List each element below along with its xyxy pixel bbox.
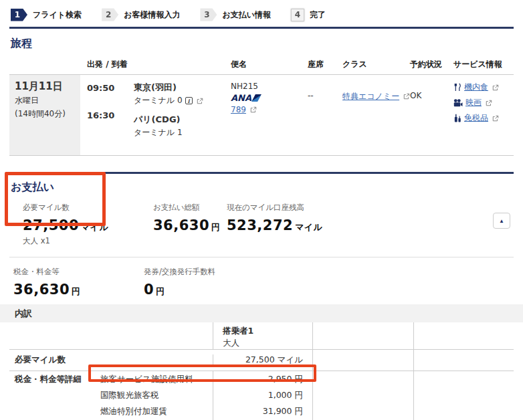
step-flight-search: 1 フライト検索 [11,9,82,21]
departure-time: 09:50 [80,82,127,93]
tax-row-value: 1,000 円 [213,387,312,403]
external-link-icon [486,100,492,106]
meal-icon [453,83,461,92]
external-link-icon [250,106,257,113]
required-miles-label: 必要マイル数 [23,201,153,213]
departure-terminal: ターミナル 0 [134,95,183,106]
issue-fee-block: 発券/交換発行手数料 0円 [144,266,217,296]
tax-row-name: 旅客サービス施設使用料 [100,371,213,387]
taxes-fees-value: 36,630 [13,282,70,298]
service-movie: 映画 [453,97,518,108]
movie-icon [453,99,463,107]
step-complete: 4 完了 [291,9,326,21]
airline-logo: ANA [231,93,301,103]
issue-fee-value: 0 [144,282,154,298]
ana-logo-slash-icon [251,94,262,102]
col-header-departure-arrival: 出発 / 到着 [80,51,221,74]
booking-page: 1 フライト検索 2 お客様情報入力 3 お支払い情報 4 完了 旅程 出発 /… [0,0,523,420]
taxes-fees-block: 税金・料金等 36,630円 [13,266,144,296]
mile-balance-value: 523,272 [227,217,293,233]
empty-cell [312,350,413,371]
step-number-badge: 3 [200,9,217,21]
col-header-class: クラス [333,51,400,74]
mile-balance-unit: マイル [295,222,322,232]
departure-place: 東京(羽田) ターミナル 0 i [134,82,221,106]
flight-duration: (14時間40分) [15,108,75,120]
aircraft-link[interactable]: 789 [231,105,246,114]
class-link[interactable]: 特典エコノミー [342,92,399,101]
itinerary-header-row: 出発 / 到着 便名 座席 クラス 予約状況 サービス情報 [9,51,514,75]
total-payment-label: お支払い総額 [153,201,227,213]
col-header-status: 予約状況 [400,51,447,74]
required-miles-note: 大人 x1 [23,236,153,246]
flight-number-cell: NH215 ANA 789 [221,82,301,146]
step-number-badge: 1 [11,9,27,21]
external-link-icon[interactable] [197,98,203,104]
empty-passenger-col [413,322,514,349]
flight-date: 11月11日 [15,80,75,93]
total-payment-unit: 円 [211,222,221,232]
step-passenger-info: 2 お客様情報入力 [102,9,180,21]
step-payment-info: 3 お支払い情報 [200,9,271,21]
chevron-up-icon: ▲ [499,218,504,224]
empty-cell [312,371,413,420]
tax-row-name-fuel-surcharge: 燃油特別付加運賃 [100,403,213,419]
tax-detail-label: 税金・料金等詳細 [9,371,100,420]
breakdown-title: 内訳 [15,308,32,320]
service-meal: 機内食 [453,82,518,93]
itinerary-title: 旅程 [0,29,523,51]
step-label: フライト検索 [33,9,82,21]
col-header-seat: 座席 [301,51,333,74]
external-link-icon [492,84,499,91]
required-miles-unit: マイル [81,222,108,232]
external-link-icon [492,115,499,122]
times-column: 09:50 16:30 [80,82,127,146]
tax-row-value-fuel-surcharge: 31,900 円 [213,403,312,419]
dutyfree-link[interactable]: 免税品 [464,112,488,124]
taxes-fees-label: 税金・料金等 [13,266,144,277]
payment-summary-row-2: 税金・料金等 36,630円 発券/交換発行手数料 0円 [0,257,523,296]
step-number-badge: 2 [102,9,118,21]
arrival-terminal: ターミナル 1 [134,127,183,138]
required-miles-block: 必要マイル数 27,500マイル 大人 x1 [23,201,153,257]
service-dutyfree: 免税品 [453,112,518,124]
dutyfree-icon [453,114,461,122]
flight-number: NH215 [231,82,301,91]
issue-fee-unit: 円 [156,286,165,296]
breadcrumb: 1 フライト検索 2 お客様情報入力 3 お支払い情報 4 完了 [0,0,523,22]
col-header-flight: 便名 [221,51,301,74]
movie-link[interactable]: 映画 [465,97,482,108]
breakdown-header-row: 搭乗者1 大人 [9,322,514,349]
flight-row: 11月11日 水曜日 (14時間40分) 09:50 16:30 東京(羽田) … [9,75,514,156]
required-miles-value: 27,500 [23,217,79,233]
arrival-time: 16:30 [80,109,127,120]
tax-detail-section: 税金・料金等詳細 旅客サービス施設使用料 2,950 円 国際観光旅客税 1,0… [9,371,514,420]
meal-link[interactable]: 機内食 [464,82,488,93]
flight-date-cell: 11月11日 水曜日 (14時間40分) [9,75,80,155]
empty-cell [413,371,514,420]
miles-row: 必要マイル数 27,500 マイル [9,349,514,371]
payment-summary-row-1: 必要マイル数 27,500マイル 大人 x1 お支払い総額 36,630円 現在… [9,195,514,257]
miles-row-value: 27,500 マイル [213,354,312,366]
reservation-status: OK [400,82,447,146]
class-cell: 特典エコノミー [333,82,400,146]
miles-row-label: 必要マイル数 [9,354,213,366]
payment-title: お支払い [0,174,523,195]
collapse-button[interactable]: ▲ [493,213,510,229]
mile-balance-block: 現在のマイル口座残高 523,272マイル [227,201,514,257]
empty-passenger-col [312,322,413,349]
col-header-service: サービス情報 [447,51,518,74]
step-label: お客様情報入力 [124,9,180,21]
tax-row-value: 2,950 円 [213,371,312,387]
taxes-fees-unit: 円 [72,286,81,296]
total-payment-value: 36,630 [153,217,209,233]
service-info-cell: 機内食 映画 免税品 [447,82,518,146]
step-label: 完了 [310,9,326,21]
arrival-place: パリ(CDG) ターミナル 1 [134,114,221,138]
step-number-badge: 4 [291,9,304,21]
spacer [9,322,213,349]
spacer [9,51,80,74]
flight-weekday: 水曜日 [15,95,75,106]
terminal-info-icon[interactable]: i [185,97,193,104]
mile-balance-label: 現在のマイル口座残高 [227,201,514,213]
